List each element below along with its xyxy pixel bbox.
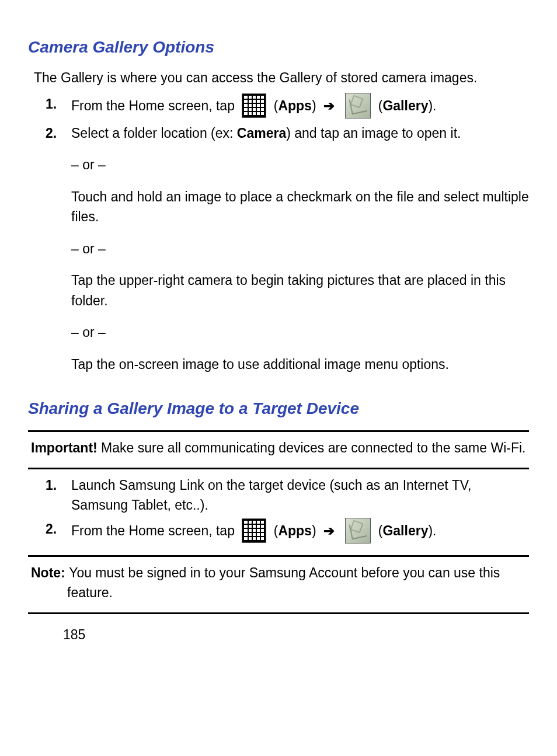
step-text: Launch Samsung Link on the target device…	[71, 478, 471, 513]
steps-list-2: 1. Launch Samsung Link on the target dev…	[46, 475, 529, 545]
step-body: From the Home screen, tap (Apps) ➔ (Gall…	[71, 519, 529, 545]
gallery-icon	[345, 93, 371, 119]
step-text: Tap the upper-right camera to begin taki…	[71, 270, 529, 311]
important-note: Important! Make sure all communicating d…	[31, 438, 529, 458]
divider	[28, 468, 529, 469]
heading-sharing-gallery-image: Sharing a Gallery Image to a Target Devi…	[28, 396, 529, 421]
important-text: Make sure all communicating devices are …	[101, 440, 525, 455]
note-text: You must be signed in to your Samsung Ac…	[67, 565, 500, 601]
important-label: Important!	[31, 440, 101, 455]
step-number: 2.	[46, 519, 71, 539]
divider	[28, 555, 529, 557]
gallery-label: Gallery	[382, 523, 428, 538]
step-number: 2.	[46, 123, 71, 144]
divider	[28, 430, 529, 432]
step-body: Launch Samsung Link on the target device…	[71, 475, 529, 515]
page-number: 185	[63, 625, 529, 645]
note-label: Note:	[31, 565, 69, 580]
note-block: Note: You must be signed in to your Sams…	[31, 563, 529, 603]
heading-camera-gallery-options: Camera Gallery Options	[28, 35, 529, 60]
intro-paragraph: The Gallery is where you can access the …	[34, 68, 529, 88]
or-separator: – or –	[71, 155, 529, 175]
divider	[28, 612, 529, 614]
step-1: 1. Launch Samsung Link on the target dev…	[46, 475, 529, 515]
step-number: 1.	[46, 94, 71, 114]
step-text: From the Home screen, tap	[71, 523, 238, 538]
step-text: ) and tap an image to open it.	[286, 126, 461, 141]
apps-grid-icon	[242, 93, 266, 118]
step-text: Select a folder location (ex:	[71, 126, 237, 141]
apps-label: Apps	[278, 98, 312, 113]
step-body: Select a folder location (ex: Camera) an…	[71, 123, 529, 386]
or-separator: – or –	[71, 322, 529, 343]
step-text: Tap the on-screen image to use additiona…	[71, 354, 529, 375]
apps-label: Apps	[278, 523, 312, 538]
gallery-icon	[345, 518, 371, 544]
step-2: 2. Select a folder location (ex: Camera)…	[46, 123, 529, 386]
step-suffix: ).	[428, 523, 436, 538]
gallery-label: Gallery	[382, 98, 428, 113]
step-body: From the Home screen, tap (Apps) ➔ (Gall…	[71, 94, 529, 120]
step-suffix: ).	[428, 98, 436, 113]
step-text: From the Home screen, tap	[71, 98, 238, 113]
step-text: Touch and hold an image to place a check…	[71, 187, 529, 227]
steps-list-1: 1. From the Home screen, tap (Apps) ➔ (G…	[46, 94, 529, 386]
step-2: 2. From the Home screen, tap (Apps) ➔ (G…	[46, 519, 529, 545]
arrow-icon: ➔	[323, 519, 335, 543]
apps-grid-icon	[242, 518, 266, 543]
step-1: 1. From the Home screen, tap (Apps) ➔ (G…	[46, 94, 529, 120]
bold-camera: Camera	[237, 126, 286, 141]
step-number: 1.	[46, 475, 71, 496]
arrow-icon: ➔	[323, 94, 335, 118]
or-separator: – or –	[71, 239, 529, 259]
